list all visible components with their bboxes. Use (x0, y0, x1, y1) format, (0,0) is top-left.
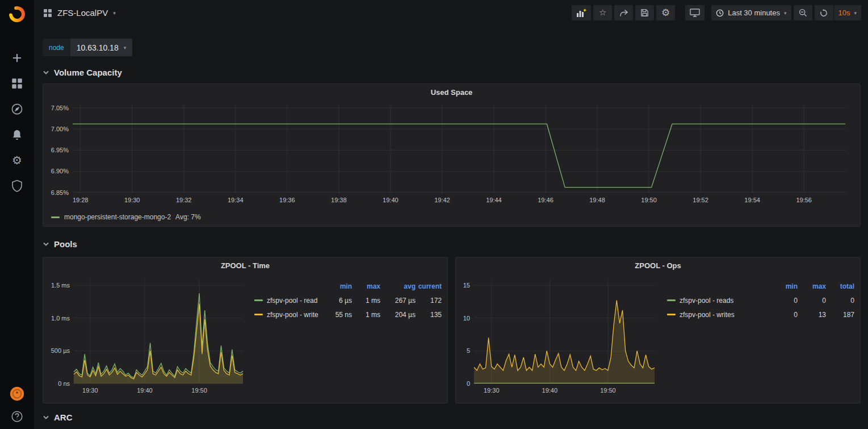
zpool-ops-graph[interactable]: 19:3019:4019:50051015 (459, 276, 659, 397)
row-volume-capacity[interactable]: Volume Capacity (43, 67, 861, 77)
chevron-down-icon (43, 70, 49, 75)
dashboard-settings-button[interactable]: ⚙ (656, 5, 675, 20)
sidebar-item-explore[interactable] (10, 102, 24, 116)
svg-text:19:30: 19:30 (484, 387, 500, 394)
dashboard-content: node 10.63.10.18 ▾ Volume Capacity Used … (34, 26, 868, 422)
share-dashboard-button[interactable] (614, 5, 633, 20)
svg-text:19:44: 19:44 (486, 197, 502, 203)
dashboards-grid-icon (11, 78, 23, 89)
panel-title[interactable]: Used Space (43, 88, 860, 97)
svg-text:1.5 ms: 1.5 ms (51, 282, 70, 289)
main-area: ZFS-LocalPV ▾ ☆ ⚙ (34, 0, 868, 429)
legend-row: zfspv-pool - read 6 µs 1 ms 267 µs 172 (254, 293, 442, 307)
share-icon (619, 9, 628, 18)
series-color-swatch (254, 299, 263, 301)
legend-col-max[interactable]: max (352, 282, 380, 290)
legend-value-min: 6 µs (324, 297, 352, 305)
variable-label: node (43, 39, 70, 56)
add-panel-button[interactable] (572, 5, 591, 20)
sidebar-item-server-admin[interactable] (10, 179, 24, 193)
legend-header-row: min max avg current (254, 279, 442, 293)
user-avatar[interactable] (10, 385, 24, 402)
used-space-graph[interactable]: 19:2819:3019:3219:3419:3619:3819:4019:42… (47, 101, 857, 208)
panel-zpool-ops: ZPOOL - Ops 19:3019:4019:50051015 min ma… (455, 257, 861, 403)
legend-header-row: min max total (667, 279, 854, 293)
chevron-down-icon[interactable]: ▾ (113, 10, 116, 16)
zpool-time-legend-table: min max avg current zfspv-pool - read 6 … (254, 279, 442, 322)
svg-text:19:46: 19:46 (538, 197, 553, 203)
variable-node-dropdown[interactable]: node 10.63.10.18 ▾ (43, 39, 132, 56)
sidebar-item-dashboards[interactable] (10, 77, 24, 90)
zpool-ops-legend-table: min max total zfspv-pool - reads 0 0 0 (667, 279, 854, 322)
refresh-interval-picker[interactable]: 10s ▾ (834, 5, 862, 20)
series-color-swatch (51, 216, 60, 218)
row-pools[interactable]: Pools (43, 239, 861, 249)
series-color-swatch (667, 314, 676, 315)
legend-value-min: 55 ns (324, 311, 352, 319)
series-name[interactable]: mongo-persistent-storage-mongo-2 (64, 213, 171, 221)
compass-icon (11, 103, 23, 115)
dashboard-title[interactable]: ZFS-LocalPV (57, 8, 108, 18)
legend-value-min: 0 (769, 297, 798, 305)
svg-text:19:38: 19:38 (331, 197, 347, 203)
refresh-icon (820, 9, 828, 17)
sidebar: ⚙ (0, 0, 34, 429)
shield-icon (11, 180, 23, 192)
svg-text:6.95%: 6.95% (51, 147, 69, 153)
svg-text:10: 10 (463, 315, 470, 322)
sidebar-item-alerting[interactable] (10, 128, 24, 141)
monitor-icon (690, 9, 700, 17)
legend-value-max: 1 ms (352, 311, 380, 319)
plus-icon (11, 52, 23, 64)
panel-title[interactable]: ZPOOL - Time (43, 261, 447, 270)
svg-text:6.85%: 6.85% (51, 189, 69, 196)
legend-value-avg: 267 µs (380, 297, 416, 305)
series-name: zfspv-pool - write (267, 311, 318, 319)
series-toggle[interactable]: zfspv-pool - reads (667, 297, 769, 305)
help-button[interactable] (10, 410, 24, 423)
zoom-out-button[interactable] (794, 5, 812, 20)
clock-icon (716, 9, 724, 17)
sidebar-item-create[interactable] (10, 51, 24, 65)
refresh-button[interactable] (815, 5, 833, 20)
legend-value-min: 0 (769, 311, 798, 319)
legend-col-min[interactable]: min (769, 282, 798, 290)
time-range-picker[interactable]: Last 30 minutes ▾ (711, 5, 791, 20)
row-title: Volume Capacity (54, 68, 122, 77)
legend-col-avg[interactable]: avg (380, 282, 416, 290)
add-panel-icon (576, 9, 586, 18)
series-toggle[interactable]: zfspv-pool - read (254, 297, 324, 305)
svg-text:19:32: 19:32 (176, 197, 192, 203)
zpool-time-graph[interactable]: 19:3019:4019:500 ns500 µs1.0 ms1.5 ms (47, 276, 246, 397)
series-name: zfspv-pool - reads (680, 297, 733, 305)
navbar-right: ☆ ⚙ Last 30 minutes (572, 5, 861, 20)
gear-icon: ⚙ (661, 8, 670, 18)
row-arc[interactable]: ARC (43, 412, 861, 422)
svg-text:19:34: 19:34 (228, 197, 244, 203)
series-name: zfspv-pool - read (267, 297, 317, 305)
svg-text:19:40: 19:40 (137, 387, 153, 394)
legend-col-max[interactable]: max (798, 282, 826, 290)
series-toggle[interactable]: zfspv-pool - write (254, 311, 324, 319)
series-toggle[interactable]: zfspv-pool - writes (667, 311, 769, 319)
star-dashboard-button[interactable]: ☆ (593, 5, 612, 20)
legend-col-total[interactable]: total (826, 282, 854, 290)
svg-text:19:54: 19:54 (744, 197, 760, 203)
row-title: ARC (54, 413, 73, 422)
save-dashboard-button[interactable] (635, 5, 654, 20)
sidebar-item-configuration[interactable]: ⚙ (10, 153, 24, 167)
legend-col-min[interactable]: min (324, 282, 352, 290)
cycle-view-mode-button[interactable] (685, 5, 705, 20)
series-name: zfspv-pool - writes (680, 311, 735, 319)
grafana-logo[interactable] (0, 0, 34, 27)
navbar-left: ZFS-LocalPV ▾ (43, 8, 116, 18)
svg-text:19:50: 19:50 (641, 197, 657, 203)
chevron-down-icon (43, 241, 49, 247)
series-color-swatch (254, 314, 263, 315)
legend-value-current: 172 (416, 297, 442, 305)
svg-text:15: 15 (463, 282, 470, 289)
submenu: node 10.63.10.18 ▾ (43, 39, 861, 56)
legend-col-current[interactable]: current (416, 282, 442, 290)
used-space-legend: mongo-persistent-storage-mongo-2 Avg: 7% (51, 213, 201, 221)
panel-title[interactable]: ZPOOL - Ops (456, 261, 860, 270)
